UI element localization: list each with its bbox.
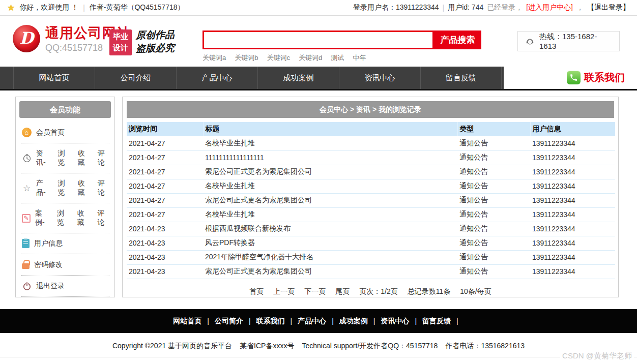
cell-user: 13911223344 bbox=[530, 207, 615, 222]
breadcrumb: 会员中心 > 资讯 > 我的浏览记录 bbox=[127, 101, 614, 118]
cell-title[interactable]: 风云PDF转换器 bbox=[203, 236, 457, 250]
cell-type: 通知公告 bbox=[457, 207, 530, 222]
search-input[interactable] bbox=[202, 31, 434, 49]
copyright-text: Copyright ©2021 基于网页的音乐平台 某省ICP备xxxx号 Te… bbox=[0, 342, 637, 351]
star-icon bbox=[7, 3, 15, 13]
icp-number: 某省ICP备xxxx号 bbox=[240, 342, 294, 351]
col-header-time: 浏览时间 bbox=[127, 122, 203, 136]
nav-item-products[interactable]: 产品中心 bbox=[176, 67, 257, 89]
clock-icon bbox=[22, 154, 32, 163]
cell-type: 通知公告 bbox=[457, 165, 530, 179]
keyword-link[interactable]: 关键词b bbox=[235, 53, 258, 63]
news-favorite-link[interactable]: 收藏 bbox=[78, 149, 89, 167]
table-row: 2021-04-27 名校毕业生扎堆 通知公告 13911223344 bbox=[127, 136, 615, 150]
col-header-user: 用户信息 bbox=[530, 122, 615, 136]
sidebar-item-member-home[interactable]: 会员首页 bbox=[21, 122, 109, 143]
nav-item-cases[interactable]: 成功案例 bbox=[257, 67, 339, 89]
footer-link-news[interactable]: 资讯中心 bbox=[381, 317, 422, 326]
footer-link-company[interactable]: 公司简介 bbox=[215, 317, 256, 326]
main-panel: 会员中心 > 资讯 > 我的浏览记录 浏览时间 标题 类型 用户信息 2021-… bbox=[122, 97, 619, 297]
lock-icon bbox=[22, 260, 30, 269]
sidebar-item-label: 会员首页 bbox=[36, 128, 65, 137]
headset-icon bbox=[525, 37, 535, 46]
nav-item-company[interactable]: 公司介绍 bbox=[95, 67, 176, 89]
page-next-link[interactable]: 下一页 bbox=[304, 287, 326, 296]
footer-link-products[interactable]: 产品中心 bbox=[298, 317, 339, 326]
sidebar-item-label: 用户信息 bbox=[34, 239, 63, 248]
graduation-badge: 毕业 设计 bbox=[109, 29, 132, 55]
cell-title[interactable]: 索尼公司正式更名为索尼集团公司 bbox=[203, 165, 457, 179]
case-comment-link[interactable]: 评论 bbox=[97, 209, 108, 227]
page-prev-link[interactable]: 上一页 bbox=[273, 287, 295, 296]
keyword-link[interactable]: 中年 bbox=[353, 53, 366, 63]
footer-link-contact[interactable]: 联系我们 bbox=[256, 317, 298, 326]
cell-title[interactable]: 名校毕业生扎堆 bbox=[203, 207, 457, 222]
case-browse-link[interactable]: 浏览 bbox=[57, 209, 68, 227]
cell-user: 13911223344 bbox=[530, 236, 615, 250]
cell-title[interactable]: 索尼公司正式更名为索尼集团公司 bbox=[203, 193, 457, 207]
sidebar-item-logout[interactable]: 退出登录 bbox=[21, 276, 109, 297]
news-browse-link[interactable]: 浏览 bbox=[58, 149, 69, 167]
cell-title[interactable]: 名校毕业生扎堆 bbox=[203, 179, 457, 193]
enter-user-center-link[interactable]: [进入用户中心] bbox=[526, 3, 573, 12]
welcome-text: 你好，欢迎使用 ！ bbox=[19, 3, 78, 12]
cell-user: 13911223344 bbox=[530, 264, 615, 279]
keyword-link[interactable]: 关键词d bbox=[299, 53, 322, 63]
keyword-link[interactable]: 测试 bbox=[331, 53, 344, 63]
footer-link-cases[interactable]: 成功案例 bbox=[339, 317, 381, 326]
cell-time: 2021-04-27 bbox=[127, 207, 203, 222]
sidebar-item-change-password[interactable]: 密码修改 bbox=[21, 254, 109, 276]
main-nav: 网站首页 公司介绍 产品中心 成功案例 资讯中心 留言反馈 联系我们 bbox=[0, 67, 637, 90]
cell-type: 通知公告 bbox=[457, 179, 530, 193]
product-favorite-link[interactable]: 收藏 bbox=[78, 179, 89, 197]
cell-title[interactable]: 根据西瓜视频联合新榜发布 bbox=[203, 222, 457, 236]
case-favorite-link[interactable]: 收藏 bbox=[77, 209, 89, 227]
product-browse-link[interactable]: 浏览 bbox=[58, 179, 69, 197]
news-comment-link[interactable]: 评论 bbox=[98, 149, 108, 167]
cell-title[interactable]: 名校毕业生扎堆 bbox=[203, 136, 457, 150]
cell-time: 2021-04-27 bbox=[127, 150, 203, 165]
power-icon bbox=[22, 281, 32, 291]
contact-us-link[interactable]: 联系我们 bbox=[567, 71, 625, 84]
product-comment-link[interactable]: 评论 bbox=[98, 179, 108, 197]
user-id: 用户id: 744 bbox=[448, 3, 483, 12]
table-row: 2021-04-27 索尼公司正式更名为索尼集团公司 通知公告 13911223… bbox=[127, 193, 615, 207]
cell-title[interactable]: 2021年除甲醛空气净化器十大排名 bbox=[203, 250, 457, 264]
keyword-link[interactable]: 关键词c bbox=[267, 53, 290, 63]
cell-time: 2021-04-23 bbox=[127, 222, 203, 236]
footer-link-home[interactable]: 网站首页 bbox=[173, 317, 215, 326]
cell-user: 13911223344 bbox=[530, 250, 615, 264]
cell-title[interactable]: 11111111111111111 bbox=[203, 150, 457, 165]
sidebar-item-user-info[interactable]: 用户信息 bbox=[21, 233, 109, 254]
cell-type: 通知公告 bbox=[457, 222, 530, 236]
keyword-link[interactable]: 关键词a bbox=[202, 53, 226, 63]
page-first-link[interactable]: 首页 bbox=[249, 287, 264, 296]
logo-circle-icon: D bbox=[13, 25, 40, 52]
footer-link-feedback[interactable]: 留言反馈 bbox=[422, 317, 464, 326]
nav-item-home[interactable]: 网站首页 bbox=[13, 67, 95, 89]
clipboard-icon bbox=[22, 239, 30, 248]
nav-item-news[interactable]: 资讯中心 bbox=[339, 67, 420, 89]
cell-user: 13911223344 bbox=[530, 179, 615, 193]
product-search-button[interactable]: 产品搜索 bbox=[434, 31, 481, 49]
table-row: 2021-04-23 索尼公司正式更名为索尼集团公司 通知公告 13911223… bbox=[127, 264, 615, 279]
cell-user: 13911223344 bbox=[530, 193, 615, 207]
login-status: 已经登录， bbox=[487, 3, 523, 12]
table-row: 2021-04-27 11111111111111111 通知公告 139112… bbox=[127, 150, 615, 165]
cell-user: 13911223344 bbox=[530, 222, 615, 236]
slogan-line2: 盗版必究 bbox=[136, 41, 175, 55]
cell-user: 13911223344 bbox=[530, 150, 615, 165]
badge-line1: 毕业 bbox=[109, 32, 132, 42]
logout-link[interactable]: 【退出登录】 bbox=[587, 3, 630, 12]
cell-type: 通知公告 bbox=[457, 150, 530, 165]
page: 你好，欢迎使用 ！ | 作者-黄菊华（QQ45157718） 登录用户名：139… bbox=[0, 0, 637, 364]
cell-type: 通知公告 bbox=[457, 264, 530, 279]
tech-support: Technical support/开发作者QQ：45157718 bbox=[302, 342, 438, 351]
keyword-links: 关键词a 关键词b 关键词c 关键词d 测试 中年 bbox=[202, 53, 481, 63]
cell-title[interactable]: 索尼公司正式更名为索尼集团公司 bbox=[203, 264, 457, 279]
page-last-link[interactable]: 尾页 bbox=[335, 287, 350, 296]
nav-item-feedback[interactable]: 留言反馈 bbox=[420, 67, 502, 89]
divider bbox=[0, 357, 637, 357]
cell-time: 2021-04-27 bbox=[127, 193, 203, 207]
cell-type: 通知公告 bbox=[457, 136, 530, 150]
